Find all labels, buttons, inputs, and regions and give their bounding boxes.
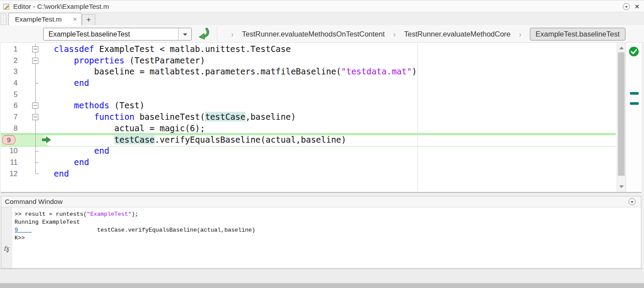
run-to-cursor-icon[interactable] bbox=[197, 27, 210, 41]
breadcrumb-item[interactable]: TestRunner.evaluateMethodCore bbox=[404, 30, 510, 38]
fold-collapse-icon[interactable] bbox=[18, 55, 42, 66]
code-text[interactable]: actual = magic(6); bbox=[42, 123, 616, 134]
line-number[interactable]: 1 bbox=[1, 44, 18, 55]
command-window-title: Command Window bbox=[5, 196, 63, 207]
code-segment bbox=[54, 112, 94, 122]
editor-title-bar: Editor - C:\work\ExampleTest.m ✕ bbox=[0, 0, 644, 12]
command-window-line: >> result = runtests("ExampleTest"); bbox=[15, 210, 641, 218]
code-segment: properties bbox=[74, 55, 124, 65]
code-segment: actual = magic(6); bbox=[54, 123, 205, 133]
code-line[interactable]: 2 properties (TestParameter) bbox=[1, 55, 616, 66]
code-line[interactable]: 11 end bbox=[1, 157, 616, 168]
line-number[interactable]: 8 bbox=[1, 123, 18, 134]
drag-handle[interactable] bbox=[1, 14, 6, 25]
code-text[interactable] bbox=[42, 89, 616, 100]
variable-marker-icon[interactable] bbox=[630, 102, 639, 105]
function-combobox[interactable]: ExampleTest.baselineTest bbox=[43, 28, 192, 41]
highlighted-variable: testCase bbox=[205, 112, 246, 122]
code-text[interactable]: classdef ExampleTest < matlab.unittest.T… bbox=[42, 44, 616, 55]
collapse-panel-icon[interactable] bbox=[623, 3, 630, 10]
editor-pencil-icon bbox=[3, 3, 10, 10]
scroll-down-icon[interactable] bbox=[619, 185, 624, 188]
new-tab-button[interactable]: + bbox=[82, 14, 95, 26]
breadcrumb-item[interactable]: ExampleTest.baselineTest bbox=[530, 28, 625, 41]
line-number[interactable]: 12 bbox=[1, 168, 18, 180]
current-line-badge: 9 bbox=[2, 135, 15, 144]
fx-icon[interactable]: fx bbox=[4, 245, 11, 253]
code-line[interactable]: 1classdef ExampleTest < matlab.unittest.… bbox=[1, 44, 616, 55]
code-text[interactable]: end bbox=[42, 145, 616, 157]
line-number[interactable]: 6 bbox=[1, 100, 18, 111]
code-text[interactable]: end bbox=[42, 168, 616, 180]
code-line[interactable]: 6 methods (Test) bbox=[1, 100, 616, 111]
fold-collapse-icon[interactable] bbox=[18, 44, 42, 55]
code-line[interactable]: 10 end bbox=[1, 145, 616, 157]
code-text[interactable]: properties (TestParameter) bbox=[42, 55, 616, 66]
chevron-right-icon: › bbox=[510, 29, 530, 38]
code-segment: methods bbox=[74, 100, 109, 110]
code-line[interactable]: 12end bbox=[1, 168, 616, 180]
code-segment: (Test) bbox=[109, 100, 145, 110]
code-segment: end bbox=[54, 169, 69, 178]
code-segment: "testdata.mat" bbox=[341, 66, 412, 76]
code-line[interactable]: 4 end bbox=[1, 78, 616, 89]
code-text[interactable]: testCase.verifyEqualsBaseline(actual,bas… bbox=[42, 134, 616, 146]
fold-guide bbox=[18, 168, 42, 180]
text-limit-ruler bbox=[417, 43, 418, 192]
code-segment: ExampleTest < matlab.unittest.TestCase bbox=[94, 44, 291, 54]
code-segment bbox=[54, 135, 114, 144]
fold-guide bbox=[18, 157, 42, 168]
debug-call-stack-breadcrumb: ›TestRunner.evaluateMethodsOnTestContent… bbox=[223, 25, 625, 43]
code-line[interactable]: 8 actual = magic(6); bbox=[1, 123, 616, 134]
tab-exampletest[interactable]: ExampleTest.m ✕ bbox=[8, 13, 82, 26]
line-number[interactable]: 9 bbox=[1, 134, 18, 146]
output-text: testCase.verifyEqualsBaseline(actual,bas… bbox=[32, 227, 255, 233]
code-line[interactable]: 5 bbox=[1, 89, 616, 100]
fold-collapse-icon[interactable] bbox=[18, 111, 42, 123]
code-line[interactable]: 3 baseline = matlabtest.parameters.matfi… bbox=[1, 66, 616, 78]
command-window-header: Command Window bbox=[1, 196, 641, 207]
command-window-content[interactable]: >> result = runtests("ExampleTest");Runn… bbox=[12, 207, 641, 268]
code-text[interactable]: methods (Test) bbox=[42, 100, 616, 111]
output-text: K>> bbox=[15, 235, 25, 241]
chevron-down-icon[interactable] bbox=[178, 28, 191, 40]
editor-scrollbar[interactable] bbox=[617, 43, 625, 192]
code-segment bbox=[54, 157, 74, 167]
line-number[interactable]: 11 bbox=[1, 157, 18, 168]
code-ok-check-icon[interactable] bbox=[629, 46, 639, 57]
string-literal: "ExampleTest" bbox=[87, 211, 131, 218]
code-segment: end bbox=[74, 157, 89, 167]
code-editor[interactable]: 1classdef ExampleTest < matlab.unittest.… bbox=[1, 43, 641, 193]
tab-close-icon[interactable]: ✕ bbox=[73, 16, 77, 22]
code-segment: function bbox=[94, 112, 135, 122]
code-line[interactable]: 7 function baselineTest(testCase,baselin… bbox=[1, 111, 616, 123]
line-number[interactable]: 2 bbox=[1, 55, 18, 66]
line-number[interactable]: 7 bbox=[1, 111, 18, 123]
window-title: Editor - C:\work\ExampleTest.m bbox=[13, 0, 109, 12]
breadcrumb-item[interactable]: TestRunner.evaluateMethodsOnTestContent bbox=[242, 30, 385, 38]
status-area bbox=[0, 269, 644, 283]
code-segment: (TestParameter) bbox=[124, 55, 205, 65]
fold-guide bbox=[18, 123, 42, 134]
close-icon[interactable]: ✕ bbox=[634, 3, 640, 11]
collapse-panel-icon[interactable] bbox=[629, 198, 636, 205]
output-text: Running ExampleTest bbox=[15, 219, 80, 225]
code-text[interactable]: baseline = matlabtest.parameters.matfile… bbox=[42, 66, 616, 78]
output-text: ); bbox=[131, 211, 138, 218]
scroll-up-icon[interactable] bbox=[619, 47, 624, 49]
code-text[interactable]: end bbox=[42, 78, 616, 89]
line-number[interactable]: 3 bbox=[1, 66, 18, 78]
line-number[interactable]: 4 bbox=[1, 78, 18, 89]
scrollbar-thumb[interactable] bbox=[618, 52, 625, 176]
line-number[interactable]: 5 bbox=[1, 89, 18, 100]
code-text[interactable]: function baselineTest(testCase,baseline) bbox=[42, 111, 616, 123]
stack-line-link[interactable]: 9 bbox=[15, 227, 32, 233]
code-segment: ,baseline) bbox=[246, 112, 296, 122]
line-number[interactable]: 10 bbox=[1, 145, 18, 157]
code-text[interactable]: end bbox=[42, 157, 616, 168]
bottom-bar bbox=[0, 283, 644, 288]
variable-marker-icon[interactable] bbox=[630, 92, 639, 95]
code-segment: baselineTest( bbox=[134, 112, 205, 122]
code-line[interactable]: 9 testCase.verifyEqualsBaseline(actual,b… bbox=[1, 134, 616, 146]
fold-collapse-icon[interactable] bbox=[18, 100, 42, 111]
